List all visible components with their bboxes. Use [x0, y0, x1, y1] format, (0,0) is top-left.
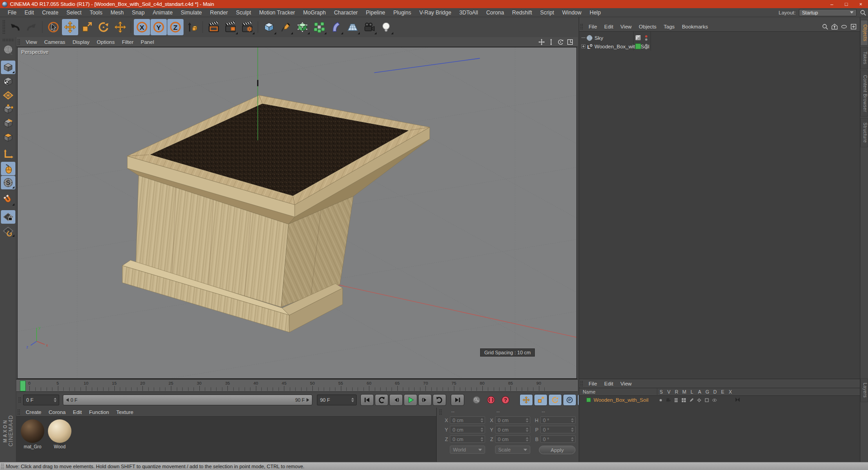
menu-pipeline[interactable]: Pipeline [362, 9, 389, 16]
layer-color-chip[interactable] [586, 398, 591, 402]
record-position-button[interactable] [519, 394, 533, 406]
spinner-icon[interactable] [525, 428, 529, 432]
end-frame-field[interactable]: 90 F [317, 395, 357, 405]
animation-drag-handle[interactable] [18, 397, 21, 403]
menu-sculpt[interactable]: Sculpt [232, 9, 255, 16]
menu-motion-tracker[interactable]: Motion Tracker [255, 9, 299, 16]
tab-layers[interactable]: Layers [860, 378, 868, 402]
live-selection-button[interactable] [45, 19, 61, 35]
object-manager-add-button[interactable] [849, 23, 857, 30]
layer-row[interactable]: Wooden_Box_with_Soil [579, 396, 860, 404]
material-mat-gro[interactable]: mat_Gro [20, 419, 45, 449]
menu-3dtoall[interactable]: 3DToAll [455, 9, 482, 16]
viewport-menu-display[interactable]: Display [69, 39, 93, 45]
mini-pen-icon[interactable] [688, 397, 695, 403]
menu-character[interactable]: Character [330, 9, 362, 16]
play-loop-button[interactable] [433, 394, 446, 406]
mini-gear-icon[interactable] [695, 397, 703, 403]
magnet-button[interactable] [1, 193, 15, 207]
play-button[interactable] [404, 394, 417, 406]
viewport-toggle-layout-button[interactable] [566, 38, 574, 46]
menu-file[interactable]: File [4, 9, 20, 16]
lock-y-button[interactable]: Y [151, 19, 167, 35]
current-frame-field[interactable]: 0 F [23, 395, 59, 405]
mode-toolbar-drag-handle[interactable] [2, 38, 14, 42]
menu-mesh[interactable]: Mesh [106, 9, 127, 16]
lock-z-button[interactable]: Z [167, 19, 184, 35]
move-button[interactable] [62, 19, 78, 35]
object-manager-menu-edit[interactable]: Edit [601, 24, 617, 29]
visibility-dots[interactable] [645, 35, 647, 41]
add-camera-button[interactable] [361, 19, 377, 35]
texture-tag[interactable] [635, 35, 641, 41]
model-mode-button[interactable] [1, 61, 15, 74]
enable-axis-button[interactable] [1, 148, 15, 161]
spinner-icon[interactable] [53, 398, 57, 402]
menu-snap[interactable]: Snap [128, 9, 149, 16]
spinner-icon[interactable] [570, 428, 574, 432]
menu-render[interactable]: Render [206, 9, 232, 16]
spinner-icon[interactable] [570, 418, 574, 423]
layer-panel-menu-view[interactable]: View [617, 381, 635, 386]
expand-toggle-icon[interactable] [581, 44, 585, 48]
coordinate-field[interactable]: 0 ° [540, 416, 576, 424]
menu-redshift[interactable]: Redshift [508, 9, 536, 16]
viewport-dolly-button[interactable] [547, 38, 555, 46]
play-reverse-button[interactable] [375, 394, 388, 406]
layout-dropdown[interactable]: Startup [799, 9, 857, 16]
materials-menu-corona[interactable]: Corona [45, 409, 70, 415]
coordinate-field[interactable]: 0 ° [540, 435, 576, 443]
mini-eye-icon[interactable] [711, 397, 718, 403]
object-manager-filter-button[interactable] [840, 23, 848, 30]
object-manager-menu-file[interactable]: File [585, 24, 601, 29]
spinner-icon[interactable] [480, 428, 484, 432]
mini-grid-icon[interactable] [680, 397, 688, 403]
points-mode-button[interactable] [1, 103, 15, 116]
xref-icon[interactable] [735, 397, 741, 403]
menu-select[interactable]: Select [62, 9, 85, 16]
timeline-cursor[interactable] [20, 381, 26, 391]
material-wood[interactable]: Wood [47, 419, 72, 449]
materials-menu-texture[interactable]: Texture [113, 409, 137, 415]
coordinate-mode-dropdown[interactable]: Scale [495, 446, 530, 454]
spinner-icon[interactable] [525, 437, 529, 442]
enable-quantizing-button[interactable]: S [1, 176, 15, 189]
add-deformer-button[interactable] [328, 19, 344, 35]
object-row-wooden-box-with-soil[interactable]: LWooden_Box_with_Soil [579, 42, 860, 51]
menu-animate[interactable]: Animate [149, 9, 177, 16]
menu-edit[interactable]: Edit [20, 9, 38, 16]
coordinate-field[interactable]: 0 cm [495, 426, 530, 433]
object-row-sky[interactable]: Sky [579, 33, 860, 42]
object-manager-drag-handle[interactable] [580, 24, 583, 29]
coordinate-field[interactable]: 0 cm [450, 426, 485, 433]
object-manager-menu-view[interactable]: View [617, 24, 635, 29]
spinner-icon[interactable] [570, 437, 574, 442]
step-back-button[interactable] [389, 394, 403, 406]
align-workplane-button[interactable] [1, 224, 15, 238]
render-picture-viewer-button[interactable] [222, 19, 239, 35]
visibility-dots[interactable] [645, 44, 647, 49]
spinner-icon[interactable] [480, 437, 484, 442]
tab-content-browser[interactable]: Content Browser [860, 70, 868, 117]
record-key-button[interactable] [470, 394, 483, 406]
tab-objects[interactable]: Objects [860, 20, 868, 46]
viewport-pan-button[interactable] [538, 38, 546, 46]
lock-x-button[interactable]: X [134, 19, 150, 35]
range-left-arrow-icon[interactable] [66, 398, 69, 402]
scale-button[interactable] [79, 19, 95, 35]
jump-start-button[interactable] [360, 394, 374, 406]
spinner-icon[interactable] [350, 398, 354, 402]
jump-end-button[interactable] [451, 394, 464, 406]
object-manager-menu-objects[interactable]: Objects [635, 24, 660, 29]
viewport-drag-handle[interactable] [17, 39, 20, 45]
tab-takes[interactable]: Takes [860, 47, 868, 69]
polygons-mode-button[interactable] [1, 131, 15, 144]
coordinate-space-dropdown[interactable]: World [450, 446, 485, 454]
make-editable-button[interactable] [1, 43, 15, 57]
viewport-menu-options[interactable]: Options [93, 39, 118, 45]
menu-help[interactable]: Help [585, 9, 605, 16]
enable-snap-button[interactable] [1, 162, 15, 175]
edges-mode-button[interactable] [1, 117, 15, 130]
range-right-arrow-icon[interactable] [307, 398, 309, 402]
object-manager-menu-bookmarks[interactable]: Bookmarks [678, 24, 712, 29]
